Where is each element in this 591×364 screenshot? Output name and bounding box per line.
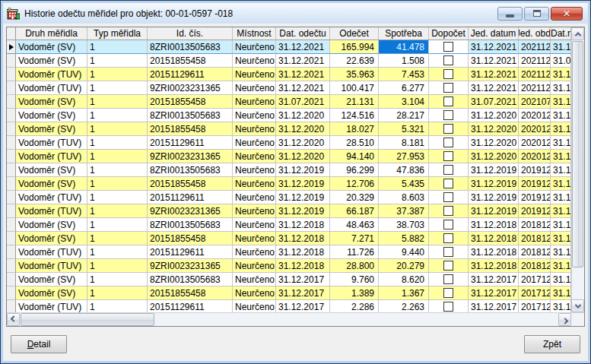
table-row[interactable]: Vodoměr (SV)120151855458Neurčeno31.12.20… [7, 286, 571, 300]
cell-dat_odectu[interactable]: 31.12.2019 [276, 163, 330, 177]
dopocet-checkbox[interactable] [443, 220, 453, 229]
cell-dat_odectu[interactable]: 31.12.2018 [276, 245, 330, 259]
cell-jed_obd[interactable]: 201912 [519, 204, 551, 218]
cell-jed_datum[interactable]: 31.12.2021 [469, 81, 519, 95]
table-row[interactable]: Vodoměr (TUV)19ZRI0023231365Neurčeno31.1… [7, 259, 571, 273]
cell-mistnost[interactable]: Neurčeno [233, 122, 276, 136]
cell-typ[interactable]: 1 [87, 177, 148, 191]
cell-id[interactable]: 8ZRI0013505683 [148, 218, 233, 232]
table-row[interactable]: Vodoměr (SV)18ZRI0013505683Neurčeno31.12… [7, 273, 571, 286]
cell-mistnost[interactable]: Neurčeno [233, 259, 276, 273]
cell-mistnost[interactable]: Neurčeno [233, 163, 276, 177]
cell-dat_r[interactable]: 31.1 [551, 136, 571, 150]
cell-spotreba[interactable]: 20.279 [379, 259, 429, 273]
close-button[interactable]: ✕ [551, 7, 583, 21]
cell-jed_datum[interactable]: 31.07.2021 [469, 95, 519, 109]
cell-dopocet[interactable] [429, 273, 469, 286]
cell-spotreba[interactable]: 28.217 [379, 109, 429, 122]
horizontal-scrollbar[interactable] [7, 313, 571, 326]
cell-dat_r[interactable]: 31.1 [551, 273, 571, 286]
column-header-odecet[interactable]: Odečet [330, 27, 379, 40]
cell-mistnost[interactable]: Neurčeno [233, 232, 276, 245]
cell-odecet[interactable]: 66.187 [330, 204, 379, 218]
cell-dat_odectu[interactable]: 31.12.2020 [276, 150, 330, 163]
cell-jed_datum[interactable]: 31.12.2021 [469, 68, 519, 81]
cell-druh[interactable]: Vodoměr (SV) [16, 273, 87, 286]
cell-druh[interactable]: Vodoměr (TUV) [16, 68, 87, 81]
detail-button[interactable]: Detail [11, 335, 67, 353]
vertical-scrollbar-thumb[interactable] [572, 41, 583, 267]
cell-jed_obd[interactable]: 202107 [519, 95, 551, 109]
cell-druh[interactable]: Vodoměr (SV) [16, 177, 87, 191]
cell-jed_obd[interactable]: 201712 [519, 286, 551, 300]
cell-odecet[interactable]: 22.639 [330, 54, 379, 68]
cell-jed_datum[interactable]: 31.12.2019 [469, 177, 519, 191]
cell-id[interactable]: 20151855458 [148, 95, 233, 109]
cell-spotreba[interactable]: 7.453 [379, 68, 429, 81]
cell-druh[interactable]: Vodoměr (SV) [16, 109, 87, 122]
dopocet-checkbox[interactable] [443, 302, 453, 312]
cell-dat_odectu[interactable]: 31.12.2021 [276, 68, 330, 81]
cell-id[interactable]: 20151855458 [148, 54, 233, 68]
cell-id[interactable]: 9ZRI0023231365 [148, 150, 233, 163]
cell-spotreba[interactable]: 5.321 [379, 122, 429, 136]
cell-odecet[interactable]: 100.417 [330, 81, 379, 95]
cell-dat_odectu[interactable]: 31.07.2021 [276, 95, 330, 109]
cell-spotreba[interactable]: 6.277 [379, 81, 429, 95]
cell-jed_datum[interactable]: 31.12.2021 [469, 40, 519, 54]
cell-spotreba[interactable]: 37.387 [379, 204, 429, 218]
cell-druh[interactable]: Vodoměr (TUV) [16, 191, 87, 204]
cell-jed_datum[interactable]: 31.12.2019 [469, 191, 519, 204]
cell-jed_obd[interactable]: 201912 [519, 191, 551, 204]
column-header-mistnost[interactable]: Místnost [233, 27, 276, 40]
cell-id[interactable]: 8ZRI0013505683 [148, 273, 233, 286]
cell-odecet[interactable]: 20.329 [330, 191, 379, 204]
cell-id[interactable]: 9ZRI0023231365 [148, 259, 233, 273]
cell-dat_r[interactable]: 31.1 [551, 300, 571, 312]
cell-mistnost[interactable]: Neurčeno [233, 300, 276, 312]
cell-dat_odectu[interactable]: 31.12.2021 [276, 40, 330, 54]
cell-druh[interactable]: Vodoměr (SV) [16, 163, 87, 177]
cell-dat_odectu[interactable]: 31.12.2020 [276, 136, 330, 150]
cell-dat_r[interactable]: 31.1 [551, 109, 571, 122]
cell-jed_datum[interactable]: 31.12.2020 [469, 150, 519, 163]
cell-spotreba[interactable]: 8.181 [379, 136, 429, 150]
cell-dat_odectu[interactable]: 31.12.2018 [276, 218, 330, 232]
cell-mistnost[interactable]: Neurčeno [233, 245, 276, 259]
cell-jed_obd[interactable]: 202112 [519, 68, 551, 81]
maximize-button[interactable] [524, 7, 549, 21]
cell-jed_obd[interactable]: 201812 [519, 259, 551, 273]
cell-mistnost[interactable]: Neurčeno [233, 54, 276, 68]
cell-dat_odectu[interactable]: 31.12.2019 [276, 204, 330, 218]
cell-dopocet[interactable] [429, 95, 469, 109]
cell-typ[interactable]: 1 [87, 232, 148, 245]
cell-odecet[interactable]: 96.299 [330, 163, 379, 177]
cell-dat_odectu[interactable]: 31.12.2021 [276, 54, 330, 68]
cell-dat_r[interactable]: 31.1 [551, 95, 571, 109]
cell-dat_odectu[interactable]: 31.12.2019 [276, 177, 330, 191]
cell-dat_r[interactable]: 31.1 [551, 122, 571, 136]
table-row[interactable]: Vodoměr (TUV)19ZRI0023231365Neurčeno31.1… [7, 150, 571, 163]
cell-druh[interactable]: Vodoměr (TUV) [16, 259, 87, 273]
back-button[interactable]: Zpět [524, 335, 580, 353]
cell-druh[interactable]: Vodoměr (TUV) [16, 204, 87, 218]
table-row[interactable]: Vodoměr (SV)18ZRI0013505683Neurčeno31.12… [7, 218, 571, 232]
column-header-spotreba[interactable]: Spotřeba [379, 27, 429, 40]
cell-dopocet[interactable] [429, 191, 469, 204]
cell-mistnost[interactable]: Neurčeno [233, 81, 276, 95]
cell-typ[interactable]: 1 [87, 136, 148, 150]
cell-mistnost[interactable]: Neurčeno [233, 68, 276, 81]
horizontal-scrollbar-thumb[interactable] [21, 313, 154, 326]
cell-dat_r[interactable]: 31.0 [551, 54, 571, 68]
cell-dopocet[interactable] [429, 150, 469, 163]
cell-dat_r[interactable]: 31.1 [551, 245, 571, 259]
scroll-down-button[interactable] [571, 299, 584, 312]
cell-spotreba[interactable]: 5.882 [379, 232, 429, 245]
table-row[interactable]: Vodoměr (SV)120151855458Neurčeno31.12.20… [7, 177, 571, 191]
cell-typ[interactable]: 1 [87, 245, 148, 259]
scroll-right-button[interactable] [558, 313, 571, 326]
cell-jed_datum[interactable]: 31.12.2020 [469, 109, 519, 122]
cell-id[interactable]: 8ZRI0013505683 [148, 163, 233, 177]
cell-dat_r[interactable]: 31.1 [551, 204, 571, 218]
cell-dopocet[interactable] [429, 54, 469, 68]
